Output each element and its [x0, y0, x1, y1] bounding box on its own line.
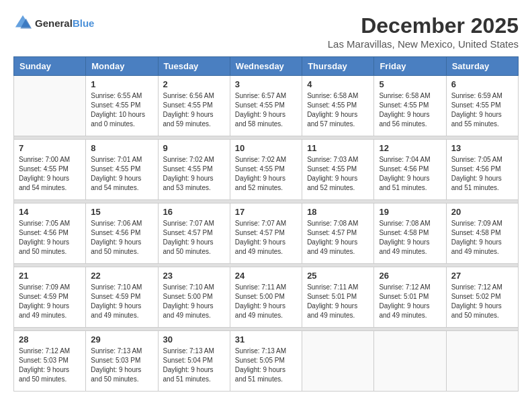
- day-info: Sunrise: 7:07 AMSunset: 4:57 PMDaylight:…: [235, 219, 297, 257]
- day-number: 12: [379, 143, 441, 153]
- day-number: 2: [163, 79, 225, 89]
- title-area: December 2025 Las Maravillas, New Mexico…: [328, 13, 519, 50]
- calendar-day-cell: 29Sunrise: 7:13 AMSunset: 5:03 PMDayligh…: [86, 331, 158, 392]
- header-monday: Monday: [86, 57, 158, 76]
- calendar-day-cell: 18Sunrise: 7:08 AMSunset: 4:57 PMDayligh…: [302, 203, 374, 264]
- calendar-day-cell: 1Sunrise: 6:55 AMSunset: 4:55 PMDaylight…: [86, 76, 158, 136]
- calendar-week-row: 7Sunrise: 7:00 AMSunset: 4:55 PMDaylight…: [14, 140, 519, 200]
- calendar-day-cell: 15Sunrise: 7:06 AMSunset: 4:56 PMDayligh…: [86, 203, 158, 264]
- calendar-day-cell: 14Sunrise: 7:05 AMSunset: 4:56 PMDayligh…: [14, 203, 86, 264]
- calendar-day-cell: 11Sunrise: 7:03 AMSunset: 4:55 PMDayligh…: [302, 140, 374, 200]
- day-info: Sunrise: 7:12 AMSunset: 5:01 PMDaylight:…: [379, 283, 441, 320]
- day-number: 11: [307, 143, 369, 153]
- calendar-table: Sunday Monday Tuesday Wednesday Thursday…: [13, 56, 519, 392]
- calendar-day-cell: 6Sunrise: 6:59 AMSunset: 4:55 PMDaylight…: [446, 76, 518, 136]
- day-info: Sunrise: 7:05 AMSunset: 4:56 PMDaylight:…: [19, 219, 81, 257]
- day-info: Sunrise: 6:56 AMSunset: 4:55 PMDaylight:…: [163, 91, 225, 129]
- day-number: 29: [91, 334, 152, 345]
- day-number: 9: [163, 143, 225, 153]
- day-info: Sunrise: 7:02 AMSunset: 4:55 PMDaylight:…: [235, 155, 297, 193]
- day-info: Sunrise: 7:05 AMSunset: 4:56 PMDaylight:…: [451, 155, 513, 193]
- day-number: 4: [307, 79, 369, 89]
- header-friday: Friday: [374, 57, 446, 76]
- day-info: Sunrise: 7:13 AMSunset: 5:04 PMDaylight:…: [163, 347, 225, 384]
- day-number: 7: [19, 143, 81, 153]
- day-info: Sunrise: 7:01 AMSunset: 4:55 PMDaylight:…: [91, 155, 152, 193]
- day-number: 3: [235, 79, 297, 89]
- day-info: Sunrise: 7:08 AMSunset: 4:57 PMDaylight:…: [307, 219, 369, 257]
- calendar-header-row: Sunday Monday Tuesday Wednesday Thursday…: [14, 57, 519, 76]
- logo-general: General: [35, 17, 73, 29]
- calendar-day-cell: [14, 76, 86, 136]
- day-number: 17: [235, 207, 297, 217]
- location-title: Las Maravillas, New Mexico, United State…: [328, 38, 519, 50]
- calendar-day-cell: 13Sunrise: 7:05 AMSunset: 4:56 PMDayligh…: [446, 140, 518, 200]
- logo: General Blue: [13, 13, 94, 32]
- calendar-day-cell: 17Sunrise: 7:07 AMSunset: 4:57 PMDayligh…: [230, 203, 302, 264]
- day-number: 21: [19, 271, 81, 281]
- day-number: 19: [379, 207, 441, 217]
- day-info: Sunrise: 7:11 AMSunset: 5:00 PMDaylight:…: [235, 283, 297, 320]
- day-info: Sunrise: 7:10 AMSunset: 4:59 PMDaylight:…: [91, 283, 152, 320]
- logo-icon: [13, 13, 32, 32]
- day-info: Sunrise: 7:12 AMSunset: 5:03 PMDaylight:…: [19, 347, 81, 384]
- calendar-week-row: 21Sunrise: 7:09 AMSunset: 4:59 PMDayligh…: [14, 267, 519, 328]
- day-info: Sunrise: 6:55 AMSunset: 4:55 PMDaylight:…: [91, 91, 152, 129]
- day-number: 14: [19, 207, 81, 217]
- day-info: Sunrise: 6:59 AMSunset: 4:55 PMDaylight:…: [451, 91, 513, 129]
- day-info: Sunrise: 7:02 AMSunset: 4:55 PMDaylight:…: [163, 155, 225, 193]
- calendar-day-cell: [302, 331, 374, 392]
- calendar-day-cell: 9Sunrise: 7:02 AMSunset: 4:55 PMDaylight…: [158, 140, 230, 200]
- day-number: 10: [235, 143, 297, 153]
- day-number: 23: [163, 271, 225, 281]
- header-thursday: Thursday: [302, 57, 374, 76]
- calendar-day-cell: 19Sunrise: 7:08 AMSunset: 4:58 PMDayligh…: [374, 203, 446, 264]
- day-number: 5: [379, 79, 441, 89]
- calendar-day-cell: 26Sunrise: 7:12 AMSunset: 5:01 PMDayligh…: [374, 267, 446, 328]
- day-number: 18: [307, 207, 369, 217]
- calendar-day-cell: 31Sunrise: 7:13 AMSunset: 5:05 PMDayligh…: [230, 331, 302, 392]
- header-tuesday: Tuesday: [158, 57, 230, 76]
- day-info: Sunrise: 7:03 AMSunset: 4:55 PMDaylight:…: [307, 155, 369, 193]
- day-number: 25: [307, 271, 369, 281]
- calendar-day-cell: 21Sunrise: 7:09 AMSunset: 4:59 PMDayligh…: [14, 267, 86, 328]
- calendar-day-cell: 3Sunrise: 6:57 AMSunset: 4:55 PMDaylight…: [230, 76, 302, 136]
- day-info: Sunrise: 7:00 AMSunset: 4:55 PMDaylight:…: [19, 155, 81, 193]
- calendar-day-cell: 4Sunrise: 6:58 AMSunset: 4:55 PMDaylight…: [302, 76, 374, 136]
- day-number: 1: [91, 79, 152, 89]
- calendar-day-cell: 27Sunrise: 7:12 AMSunset: 5:02 PMDayligh…: [446, 267, 518, 328]
- day-number: 22: [91, 271, 152, 281]
- day-number: 16: [163, 207, 225, 217]
- month-title: December 2025: [328, 13, 519, 38]
- day-number: 20: [451, 207, 513, 217]
- day-number: 24: [235, 271, 297, 281]
- day-info: Sunrise: 7:10 AMSunset: 5:00 PMDaylight:…: [163, 283, 225, 320]
- calendar-day-cell: 23Sunrise: 7:10 AMSunset: 5:00 PMDayligh…: [158, 267, 230, 328]
- day-info: Sunrise: 7:13 AMSunset: 5:05 PMDaylight:…: [235, 347, 297, 384]
- day-info: Sunrise: 7:06 AMSunset: 4:56 PMDaylight:…: [91, 219, 152, 257]
- day-info: Sunrise: 7:13 AMSunset: 5:03 PMDaylight:…: [91, 347, 152, 384]
- calendar-day-cell: 12Sunrise: 7:04 AMSunset: 4:56 PMDayligh…: [374, 140, 446, 200]
- day-info: Sunrise: 7:09 AMSunset: 4:58 PMDaylight:…: [451, 219, 513, 257]
- day-number: 15: [91, 207, 152, 217]
- day-info: Sunrise: 6:58 AMSunset: 4:55 PMDaylight:…: [307, 91, 369, 129]
- calendar-week-row: 28Sunrise: 7:12 AMSunset: 5:03 PMDayligh…: [14, 331, 519, 392]
- day-number: 26: [379, 271, 441, 281]
- calendar-day-cell: [446, 331, 518, 392]
- day-info: Sunrise: 7:08 AMSunset: 4:58 PMDaylight:…: [379, 219, 441, 257]
- day-info: Sunrise: 7:07 AMSunset: 4:57 PMDaylight:…: [163, 219, 225, 257]
- calendar-day-cell: 25Sunrise: 7:11 AMSunset: 5:01 PMDayligh…: [302, 267, 374, 328]
- calendar-day-cell: 2Sunrise: 6:56 AMSunset: 4:55 PMDaylight…: [158, 76, 230, 136]
- day-info: Sunrise: 7:09 AMSunset: 4:59 PMDaylight:…: [19, 283, 81, 320]
- day-number: 30: [163, 334, 225, 345]
- day-number: 13: [451, 143, 513, 153]
- calendar-day-cell: 5Sunrise: 6:58 AMSunset: 4:55 PMDaylight…: [374, 76, 446, 136]
- calendar-day-cell: 22Sunrise: 7:10 AMSunset: 4:59 PMDayligh…: [86, 267, 158, 328]
- calendar-day-cell: 10Sunrise: 7:02 AMSunset: 4:55 PMDayligh…: [230, 140, 302, 200]
- calendar-week-row: 14Sunrise: 7:05 AMSunset: 4:56 PMDayligh…: [14, 203, 519, 264]
- day-number: 27: [451, 271, 513, 281]
- logo-blue: Blue: [73, 17, 95, 29]
- day-number: 6: [451, 79, 513, 89]
- day-info: Sunrise: 6:57 AMSunset: 4:55 PMDaylight:…: [235, 91, 297, 129]
- calendar-day-cell: 28Sunrise: 7:12 AMSunset: 5:03 PMDayligh…: [14, 331, 86, 392]
